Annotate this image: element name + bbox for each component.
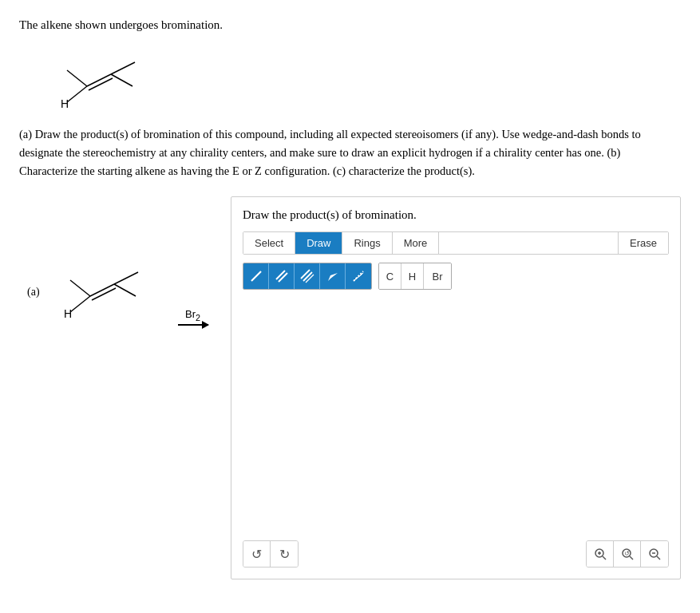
zoom-in-button[interactable] <box>587 541 614 567</box>
svg-line-11 <box>114 272 138 284</box>
toolbar: Select Draw Rings More Erase <box>243 231 669 255</box>
svg-marker-22 <box>354 273 363 281</box>
svg-text:↺: ↺ <box>624 550 630 557</box>
draw-tools: C H Br <box>243 263 669 290</box>
zoom-out-button[interactable] <box>641 541 668 567</box>
rings-button[interactable]: Rings <box>342 232 392 254</box>
draw-title: Draw the product(s) of bromination. <box>243 208 669 222</box>
svg-line-8 <box>70 296 90 312</box>
more-button[interactable]: More <box>393 232 440 254</box>
triple-bond-button[interactable] <box>295 263 320 289</box>
double-bond-button[interactable] <box>269 263 295 289</box>
left-panel: (a) H Br2 <box>19 196 231 579</box>
svg-line-0 <box>67 70 87 86</box>
wedge-bond-button[interactable] <box>320 263 346 289</box>
svg-line-5 <box>111 74 132 86</box>
undo-button[interactable]: ↺ <box>243 541 271 567</box>
svg-text:H: H <box>64 307 72 320</box>
svg-line-19 <box>306 275 314 283</box>
undo-redo-group: ↺ ↻ <box>243 540 299 568</box>
reagent-sub: 2 <box>196 313 200 322</box>
instructions-text: (a) Draw the product(s) of bromination o… <box>19 125 681 181</box>
svg-line-28 <box>630 556 633 560</box>
svg-line-1 <box>67 86 87 102</box>
svg-line-31 <box>657 556 660 560</box>
main-layout: (a) H Br2 Draw the pr <box>19 196 681 579</box>
svg-line-15 <box>276 271 285 279</box>
svg-line-16 <box>279 273 287 282</box>
atom-group: C H Br <box>378 263 452 290</box>
bond-tool-group <box>243 263 372 290</box>
svg-line-17 <box>301 270 310 279</box>
drawing-canvas[interactable] <box>243 296 669 552</box>
intro-text: The alkene shown undergoes bromination. <box>19 16 681 34</box>
svg-marker-20 <box>328 273 338 281</box>
svg-text:H: H <box>61 97 69 110</box>
redo-button[interactable]: ↻ <box>271 541 298 567</box>
svg-line-14 <box>251 271 261 281</box>
hydrogen-button[interactable]: H <box>401 263 424 289</box>
carbon-button[interactable]: C <box>379 263 401 289</box>
svg-line-24 <box>603 556 606 560</box>
zoom-reset-button[interactable]: ↺ <box>614 541 641 567</box>
svg-line-7 <box>70 280 90 296</box>
erase-button[interactable]: Erase <box>618 232 668 254</box>
zoom-controls: ↺ <box>586 540 669 568</box>
draw-button[interactable]: Draw <box>295 232 342 254</box>
svg-line-18 <box>303 272 312 281</box>
single-bond-button[interactable] <box>243 263 269 289</box>
bottom-controls: ↺ ↻ ↺ <box>243 540 669 568</box>
reaction-label: (a) <box>27 286 40 299</box>
bromine-button[interactable]: Br <box>424 263 451 289</box>
molecule-top: H <box>43 42 681 114</box>
reagent-label: Br2 <box>185 308 200 322</box>
svg-line-12 <box>114 284 136 296</box>
right-panel: Draw the product(s) of bromination. Sele… <box>231 196 681 579</box>
select-button[interactable]: Select <box>243 232 295 254</box>
svg-line-4 <box>111 62 135 74</box>
dash-bond-button[interactable] <box>346 263 371 289</box>
